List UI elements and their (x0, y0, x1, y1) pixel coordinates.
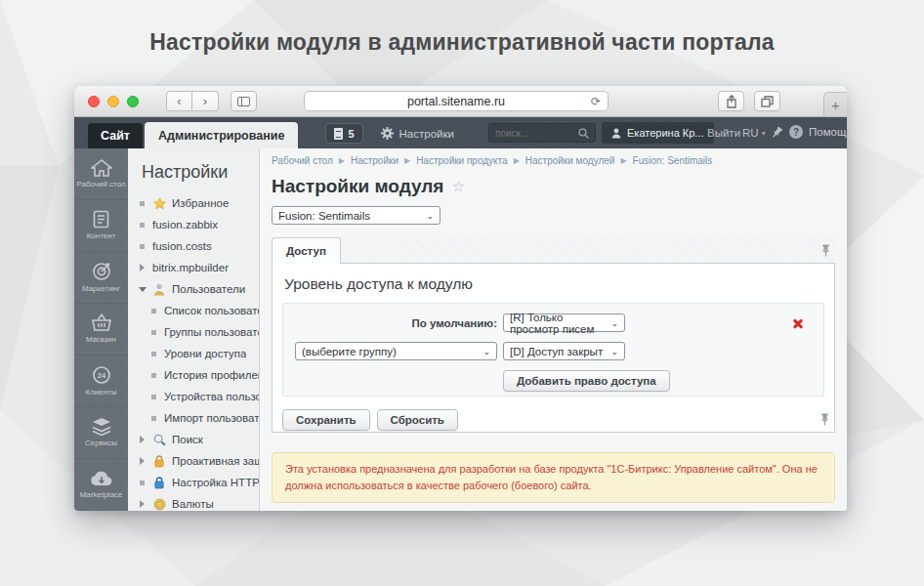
coin-icon (153, 498, 166, 511)
rail-item-label: Маркетинг (80, 284, 122, 293)
pin-toolbar-icon[interactable] (772, 126, 783, 139)
sidebar-toggle-button[interactable] (231, 91, 257, 111)
target-icon (92, 262, 111, 281)
bullet-icon (151, 395, 156, 399)
chevron-right-icon (140, 264, 145, 272)
breadcrumb-link[interactable]: Настройки продукта (416, 155, 507, 166)
sidebar-item-label: bitrix.mpbuilder (152, 262, 229, 273)
rail-item-marketing[interactable]: Маркетинг (74, 252, 128, 304)
notifications-counter[interactable]: 5 (325, 123, 362, 144)
lock-icon (153, 455, 165, 468)
sidebar-item-bitrix-mpbuilder[interactable]: bitrix.mpbuilder (128, 257, 259, 278)
rail-item-clients[interactable]: 24 Клиенты (74, 356, 128, 407)
module-rail: Рабочий стол Контент Маркетинг (74, 148, 128, 511)
rail-item-label: Контент (85, 231, 118, 240)
pin-icon[interactable] (820, 244, 831, 257)
logout-link[interactable]: Выйти (707, 127, 740, 139)
share-icon (726, 95, 737, 108)
rail-item-desktop[interactable]: Рабочий стол (74, 148, 128, 200)
rail-item-marketplace[interactable]: Marketplace (74, 459, 128, 511)
tab-access[interactable]: Доступ (272, 237, 341, 264)
module-select[interactable]: Fusion: Sentimails ⌄ (272, 206, 441, 225)
pin-icon[interactable] (819, 413, 830, 426)
search-input[interactable] (495, 128, 578, 139)
sidebar-item-label: Импорт пользователей (164, 412, 259, 424)
sidebar-toggle-icon (237, 97, 250, 106)
breadcrumb-link[interactable]: Рабочий стол (272, 155, 333, 166)
breadcrumb-separator-icon: ▶ (514, 156, 520, 165)
sidebar-item-label: Валюты (172, 498, 214, 510)
sidebar-item-user-import[interactable]: Импорт пользователей (128, 407, 259, 429)
plus-icon: + (831, 97, 840, 113)
favorite-star-icon[interactable]: ☆ (451, 178, 464, 195)
sidebar-item-user-list[interactable]: Список пользователей (128, 300, 259, 321)
settings-sidebar: Настройки Избранное fusion.zabbix fusion… (128, 148, 260, 511)
tab-administration[interactable]: Администрирование (145, 122, 298, 148)
default-access-label: По умолчанию: (411, 317, 497, 329)
sidebar-item-proactive-protection[interactable]: Проактивная защита (128, 450, 259, 472)
minimize-window-button[interactable] (107, 96, 119, 107)
chevron-right-icon (140, 436, 145, 443)
address-bar[interactable]: portal.sitename.ru ⟳ (304, 91, 609, 111)
add-access-right-button[interactable]: Добавить право доступа (503, 370, 670, 392)
star-icon (153, 197, 166, 210)
refresh-icon[interactable]: ⟳ (591, 95, 601, 108)
group-select[interactable]: (выберите группу) ⌄ (295, 342, 497, 360)
sidebar-item-fusion-zabbix[interactable]: fusion.zabbix (128, 214, 259, 235)
new-tab-button[interactable]: + (823, 92, 847, 117)
browser-chrome: ‹ › portal.sitename.ru ⟳ (74, 86, 847, 117)
chevron-down-icon (139, 287, 147, 292)
breadcrumb-link[interactable]: Fusion: Sentimails (633, 155, 713, 166)
sidebar-item-search[interactable]: Поиск (128, 429, 259, 450)
user-name: Екатерина Кр... (627, 127, 704, 139)
sidebar-item-label: Уровни доступа (164, 348, 246, 359)
section-title: Уровень доступа к модулю (284, 275, 824, 293)
group-access-select[interactable]: [D] Доступ закрыт ⌄ (503, 342, 625, 360)
close-window-button[interactable] (88, 96, 100, 107)
sidebar-item-label: Поиск (172, 434, 203, 445)
group-select-value: (выберите группу) (302, 346, 397, 357)
forward-button[interactable]: › (192, 91, 219, 111)
basket-icon (91, 314, 112, 332)
notification-count: 5 (348, 128, 354, 140)
bar-settings-label: Настройки (399, 128, 454, 140)
sidebar-item-https-settings[interactable]: Настройка HTTPS (128, 472, 259, 493)
share-button[interactable] (718, 91, 744, 111)
sidebar-item-user-devices[interactable]: Устройства пользователей (128, 386, 259, 407)
breadcrumb-link[interactable]: Настройки модулей (525, 155, 615, 166)
page-headline: Настройки модуля в административной част… (0, 29, 924, 56)
save-button[interactable]: Сохранить (282, 409, 370, 431)
rail-item-services[interactable]: Сервисы (74, 407, 128, 459)
sidebar-item-users[interactable]: Пользователи (128, 278, 259, 300)
back-button[interactable]: ‹ (166, 91, 192, 111)
rail-item-label: Marketplace (78, 490, 125, 499)
rail-item-label: Сервисы (83, 439, 119, 447)
breadcrumb-separator-icon: ▶ (404, 156, 410, 165)
sidebar-item-fusion-costs[interactable]: fusion.costs (128, 235, 259, 257)
chevron-down-icon: ▾ (762, 129, 766, 138)
tab-overview-button[interactable] (754, 91, 780, 111)
admin-search[interactable] (488, 123, 596, 143)
reset-button[interactable]: Сбросить (377, 409, 458, 431)
delete-icon[interactable] (792, 317, 804, 329)
default-access-select[interactable]: [R] Только просмотр писем ⌄ (503, 314, 625, 332)
breadcrumb-link[interactable]: Настройки (351, 155, 399, 166)
sidebar-item-favorites[interactable]: Избранное (128, 192, 259, 214)
sidebar-item-user-groups[interactable]: Группы пользователей (128, 321, 259, 343)
zoom-window-button[interactable] (127, 96, 139, 107)
bullet-icon (140, 223, 145, 228)
user-menu[interactable]: Екатерина Кр... (602, 122, 714, 144)
page-title: Настройки модуля (272, 176, 443, 197)
chevron-right-icon (140, 500, 145, 508)
sidebar-item-access-levels[interactable]: Уровни доступа (128, 343, 259, 364)
sidebar-item-currencies[interactable]: Валюты (128, 493, 259, 511)
chevron-down-icon: ⌄ (426, 211, 434, 221)
rail-item-shop[interactable]: Магазин (74, 304, 128, 356)
rail-item-content[interactable]: Контент (74, 200, 128, 252)
cloud-download-icon (90, 471, 113, 487)
tab-site[interactable]: Сайт (88, 123, 143, 148)
sidebar-item-profile-history[interactable]: История профилей (128, 364, 259, 386)
language-select[interactable]: RU ▾ (742, 127, 766, 139)
bar-settings-button[interactable]: Настройки (381, 127, 454, 140)
help-button[interactable]: ? Помощь (789, 125, 847, 139)
